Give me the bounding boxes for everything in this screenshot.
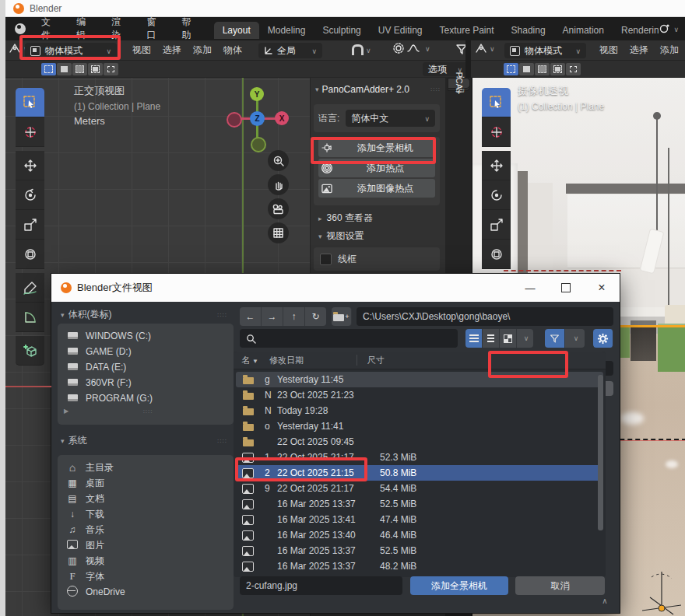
annotate-tool[interactable]	[16, 273, 44, 303]
select-mode-extend-icon[interactable]	[57, 63, 72, 75]
n-panel-tab[interactable]: PCA+	[448, 78, 470, 89]
scrollbar-thumb[interactable]	[598, 375, 603, 530]
path-field[interactable]: C:\Users\CXJ\Desktop\gong\baoye\	[357, 307, 613, 326]
dialog-titlebar[interactable]: Blender文件视图 — ×	[51, 274, 620, 302]
workspace-tab[interactable]: Layout	[214, 22, 259, 39]
file-row[interactable]: 9 22 Oct 2025 21:17 54.4 MiB	[236, 481, 603, 496]
snap-controls[interactable]	[352, 44, 371, 55]
header-menu-item[interactable]: 选择	[163, 44, 181, 57]
select-box-tool[interactable]	[16, 88, 44, 117]
cursor-tool[interactable]	[482, 117, 511, 147]
select-mode-invert-icon[interactable]	[88, 63, 103, 75]
workspace-tab[interactable]: Texture Paint	[431, 22, 503, 39]
system-item[interactable]: 文档	[58, 491, 234, 506]
language-dropdown[interactable]: 简体中文	[346, 110, 435, 127]
file-row[interactable]: N 23 Oct 2025 21:23	[236, 387, 603, 403]
select-mode-intersect-icon[interactable]	[104, 63, 118, 75]
select-mode-extend-icon[interactable]	[519, 63, 534, 75]
scale-tool[interactable]	[16, 210, 44, 240]
column-date[interactable]: 修改日期	[269, 355, 357, 366]
system-item[interactable]: 桌面	[58, 475, 234, 491]
parent-dir-button[interactable]: ↑	[283, 307, 305, 326]
volume-item[interactable]: GAME (D:)	[58, 344, 234, 359]
measure-tool[interactable]	[16, 303, 44, 332]
menu-item[interactable]: 编辑	[67, 16, 102, 42]
close-button[interactable]: ×	[584, 274, 620, 302]
grid-toggle-button[interactable]	[268, 222, 289, 243]
workspace-tab[interactable]: Rendering	[613, 22, 659, 39]
header-menu-item[interactable]: 添加	[660, 44, 679, 57]
volume-item[interactable]: 360VR (F:)	[58, 375, 234, 390]
file-row[interactable]: 1 22 Oct 2025 21:17 52.3 MiB	[236, 450, 603, 465]
panel-action-button[interactable]: 添加图像热点	[318, 179, 435, 198]
section-360-viewer[interactable]: ▸ 360 查看器	[318, 212, 373, 225]
file-row[interactable]: g Yesterday 11:45	[236, 372, 603, 387]
collapse-chevron-up-icon[interactable]: ∧	[596, 597, 613, 609]
system-item[interactable]: 字体	[58, 569, 234, 584]
volume-item[interactable]: WINDOWS (C:)	[58, 328, 234, 344]
filter-options-dropdown[interactable]	[565, 329, 585, 348]
proportional-edit-controls[interactable]	[393, 43, 430, 54]
search-input[interactable]	[240, 329, 458, 348]
move-tool[interactable]	[16, 151, 44, 180]
column-size[interactable]: 尺寸	[357, 355, 385, 366]
workspace-tab[interactable]: Modeling	[259, 22, 314, 39]
maximize-button[interactable]	[548, 274, 584, 302]
gizmo-x-negative[interactable]	[227, 112, 242, 128]
mode-dropdown-left[interactable]: 物体模式	[25, 43, 117, 58]
gizmo-x-positive[interactable]: X	[275, 111, 289, 125]
select-box-tool[interactable]	[482, 88, 511, 117]
editor-type-button-right[interactable]	[475, 43, 495, 54]
header-menu-item[interactable]: 物体	[223, 44, 242, 57]
panel-action-button[interactable]: 添加热点	[318, 159, 435, 177]
column-name[interactable]: 名 ▼	[241, 355, 258, 366]
file-row[interactable]: 2 22 Oct 2025 21:15 50.8 MiB	[236, 465, 603, 481]
gizmo-y-positive[interactable]: Y	[250, 87, 264, 101]
horizontal-list-view-button[interactable]	[483, 329, 500, 348]
file-row[interactable]: 16 Mar 2025 13:41 47.4 MiB	[236, 512, 603, 527]
menu-item[interactable]: 帮助	[173, 16, 208, 42]
workspace-tab[interactable]: Shading	[503, 22, 554, 39]
rotate-tool[interactable]	[16, 180, 44, 210]
select-mode-new-icon[interactable]	[504, 63, 518, 75]
zoom-button[interactable]	[268, 150, 289, 171]
drag-grip-icon[interactable]: ::::	[217, 439, 227, 443]
expand-triangle-icon[interactable]: ▶	[64, 408, 68, 415]
scale-tool[interactable]	[482, 210, 511, 240]
header-menu-item[interactable]: 视图	[599, 44, 618, 57]
orientation-dropdown[interactable]: 全局	[258, 43, 322, 58]
cancel-button[interactable]: 取消	[515, 576, 605, 595]
file-row[interactable]: 16 Mar 2025 13:37 52.5 MiB	[236, 496, 603, 512]
panel-header[interactable]: ▾ PanoCamAdder+ 2.0 ::::	[311, 78, 445, 95]
cursor-tool[interactable]	[16, 117, 44, 147]
back-button[interactable]: ←	[240, 307, 262, 326]
menu-item[interactable]: 窗口	[137, 16, 172, 42]
gizmo-z[interactable]: Z	[250, 111, 265, 126]
system-section-header[interactable]: ▾ 系统 ::::	[61, 434, 227, 447]
drag-grip-icon[interactable]: ::::	[217, 313, 227, 317]
system-item[interactable]: 音乐	[58, 522, 234, 537]
transform-tool[interactable]	[16, 240, 44, 269]
file-row[interactable]: 16 Mar 2025 13:37 52.5 MiB	[236, 543, 603, 558]
move-tool[interactable]	[482, 151, 511, 180]
system-item[interactable]: 视频	[58, 553, 234, 569]
empty-axes-object[interactable]	[636, 568, 685, 616]
header-menu-item[interactable]: 添加	[193, 44, 212, 57]
navigation-gizmo[interactable]: Y Z X	[227, 87, 297, 153]
header-menu-item[interactable]: 视图	[132, 44, 151, 57]
filter-toggle-button[interactable]	[545, 329, 565, 348]
select-mode-new-icon[interactable]	[41, 63, 56, 75]
system-item[interactable]: 图片	[58, 537, 234, 553]
volume-item[interactable]: DATA (E:)	[58, 359, 234, 375]
file-row[interactable]: 16 Mar 2025 13:40 46.4 MiB	[236, 527, 603, 543]
volume-item[interactable]: PROGRAM (G:)	[58, 390, 234, 406]
filename-input[interactable]: 2-cufang.jpg	[240, 576, 402, 595]
file-row[interactable]: 22 Oct 2025 09:45	[236, 434, 603, 450]
drag-grip-icon[interactable]: ::::	[143, 410, 153, 413]
minimize-button[interactable]: —	[512, 274, 548, 302]
section-view-settings[interactable]: ▾ 视图设置	[318, 229, 364, 243]
select-mode-invert-icon[interactable]	[550, 63, 565, 75]
blender-menu-icon[interactable]	[15, 23, 26, 34]
vertical-list-view-button[interactable]	[465, 329, 483, 348]
camera-view-button[interactable]	[268, 198, 289, 219]
